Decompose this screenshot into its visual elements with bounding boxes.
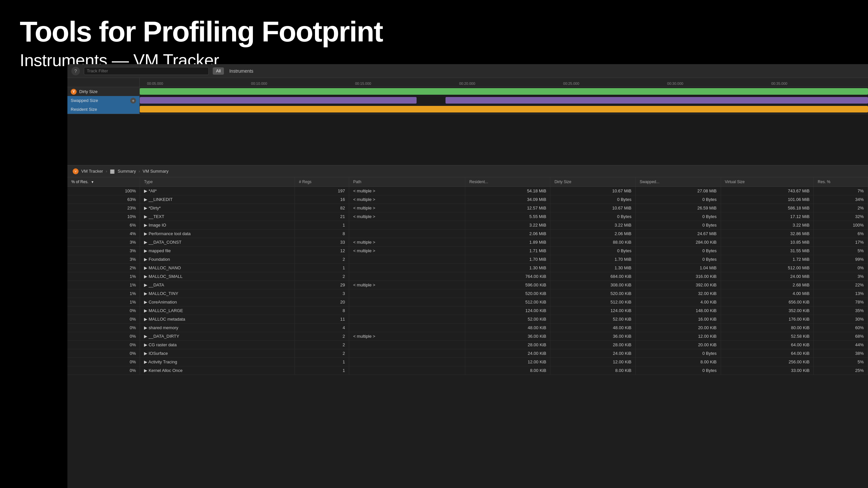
cell-regs: 12 [295,246,349,255]
cell-path: < multiple > [349,246,465,255]
cell-virtual: 80.00 KiB [721,323,814,332]
dirty-track-icon: V [71,89,76,95]
breadcrumb-vm-tracker[interactable]: VM Tracker [81,169,103,174]
track-filter-input[interactable] [84,67,209,75]
cell-res-pct2: 60% [814,323,868,332]
cell-dirty: 12.00 KiB [550,358,636,366]
table-row[interactable]: 3%▶ mapped file12< multiple >1.71 MiB0 B… [67,246,868,255]
add-track-button[interactable]: + [130,98,136,103]
cell-swapped: 27.08 MiB [636,186,721,195]
table-row[interactable]: 1%▶ CoreAnimation20512.00 KiB512.00 KiB4… [67,298,868,306]
cell-virtual: 176.00 KiB [721,315,814,323]
cell-res-pct2: 2% [814,204,868,212]
cell-path: < multiple > [349,332,465,340]
table-row[interactable]: 2%▶ MALLOC_NANO11.30 MiB1.30 MiB1.04 MiB… [67,264,868,272]
cell-res-pct2: 30% [814,315,868,323]
breadcrumb-vm-summary[interactable]: VM Summary [143,169,169,174]
cell-virtual: 743.67 MiB [721,186,814,195]
cell-virtual: 3.22 MiB [721,221,814,229]
cell-res-pct: 6% [67,221,140,229]
col-header-swapped[interactable]: Swapped... [636,177,721,186]
table-row[interactable]: 0%▶ IOSurface224.00 KiB24.00 KiB0 Bytes6… [67,349,868,358]
cell-virtual: 24.00 MiB [721,272,814,280]
table-row[interactable]: 4%▶ Performance tool data82.06 MiB2.06 M… [67,229,868,238]
cell-dirty: 2.06 MiB [550,229,636,238]
cell-type: ▶ Image IO [140,221,295,229]
cell-res-pct2: 100% [814,221,868,229]
cell-type: ▶ __TEXT [140,212,295,221]
cell-resident: 764.00 KiB [465,272,550,280]
cell-resident: 36.00 KiB [465,332,550,340]
cell-type: ▶ __DATA [140,280,295,289]
col-header-res-pct[interactable]: % of Res. ▼ [67,177,140,186]
table-row[interactable]: 100%▶ *All*197< multiple >54.18 MiB10.67… [67,186,868,195]
table-row[interactable]: 10%▶ __TEXT21< multiple >5.55 MiB0 Bytes… [67,212,868,221]
table-row[interactable]: 1%▶ __DATA29< multiple >596.00 KiB308.00… [67,280,868,289]
cell-res-pct: 4% [67,229,140,238]
table-row[interactable]: 0%▶ Activity Tracing112.00 KiB12.00 KiB8… [67,358,868,366]
cell-path [349,306,465,315]
cell-path [349,340,465,349]
table-row[interactable]: 0%▶ shared memory448.00 KiB48.00 KiB20.0… [67,323,868,332]
cell-virtual: 64.00 KiB [721,340,814,349]
cell-dirty: 8.00 KiB [550,366,636,374]
cell-res-pct: 0% [67,323,140,332]
col-header-dirty[interactable]: Dirty Size [550,177,636,186]
cell-res-pct: 1% [67,280,140,289]
cell-resident: 34.09 MiB [465,195,550,204]
table-row[interactable]: 3%▶ Foundation21.70 MiB1.70 MiB0 Bytes1.… [67,255,868,264]
cell-swapped: 4.00 KiB [636,298,721,306]
cell-virtual: 33.00 KiB [721,366,814,374]
table-row[interactable]: 0%▶ __DATA_DIRTY2< multiple >36.00 KiB36… [67,332,868,340]
vm-summary-table: % of Res. ▼ Type # Regs Path Resident...… [67,177,868,375]
cell-swapped: 24.67 MiB [636,229,721,238]
table-row[interactable]: 0%▶ MALLOC metadata1152.00 KiB52.00 KiB1… [67,315,868,323]
track-label-resident[interactable]: Resident Size [67,105,140,114]
ruler-tick-0: 00:05.000 [147,82,163,87]
cell-res-pct: 23% [67,204,140,212]
cell-dirty: 0 Bytes [550,246,636,255]
cell-path [349,366,465,374]
cell-resident: 512.00 KiB [465,298,550,306]
table-row[interactable]: 0%▶ MALLOC_LARGE8124.00 KiB124.00 KiB148… [67,306,868,315]
ruler-left-spacer [67,78,140,87]
cell-res-pct: 0% [67,332,140,340]
table-row[interactable]: 1%▶ MALLOC_TINY3520.00 KiB520.00 KiB32.0… [67,289,868,298]
cell-regs: 2 [295,340,349,349]
col-header-virtual[interactable]: Virtual Size [721,177,814,186]
table-row[interactable]: 63%▶ __LINKEDIT16< multiple >34.09 MiB0 … [67,195,868,204]
cell-virtual: 64.00 KiB [721,349,814,358]
cell-regs: 1 [295,264,349,272]
cell-virtual: 31.55 MiB [721,246,814,255]
table-row[interactable]: 0%▶ CG raster data228.00 KiB28.00 KiB20.… [67,340,868,349]
cell-type: ▶ MALLOC_TINY [140,289,295,298]
cell-res-pct: 0% [67,366,140,374]
col-header-type[interactable]: Type [140,177,295,186]
cell-path [349,358,465,366]
cell-path [349,315,465,323]
col-header-res-pct2[interactable]: Res. % [814,177,868,186]
track-label-dirty[interactable]: V Dirty Size [67,87,140,96]
all-button[interactable]: All [213,67,224,74]
page-title: Tools for Profiling Footprint [20,16,848,48]
col-header-regs[interactable]: # Regs [295,177,349,186]
resident-bar [140,106,868,113]
track-content-area [140,87,868,114]
cell-path: < multiple > [349,186,465,195]
cell-swapped: 284.00 KiB [636,238,721,246]
swapped-bar-right [445,97,868,103]
table-row[interactable]: 6%▶ Image IO13.22 MiB3.22 MiB0 Bytes3.22… [67,221,868,229]
col-header-path[interactable]: Path [349,177,465,186]
cell-type: ▶ Kernel Alloc Once [140,366,295,374]
cell-virtual: 656.00 KiB [721,298,814,306]
col-header-resident[interactable]: Resident... [465,177,550,186]
breadcrumb-summary[interactable]: Summary [118,169,136,174]
table-row[interactable]: 1%▶ MALLOC_SMALL2764.00 KiB684.00 KiB316… [67,272,868,280]
table-row[interactable]: 23%▶ *Dirty*82< multiple >12.57 MiB10.67… [67,204,868,212]
cell-virtual: 101.06 MiB [721,195,814,204]
cell-dirty: 52.00 KiB [550,315,636,323]
table-body: 100%▶ *All*197< multiple >54.18 MiB10.67… [67,186,868,374]
track-label-swapped[interactable]: Swapped Size + [67,96,140,105]
table-row[interactable]: 0%▶ Kernel Alloc Once18.00 KiB8.00 KiB0 … [67,366,868,374]
table-row[interactable]: 3%▶ __DATA_CONST33< multiple >1.89 MiB88… [67,238,868,246]
